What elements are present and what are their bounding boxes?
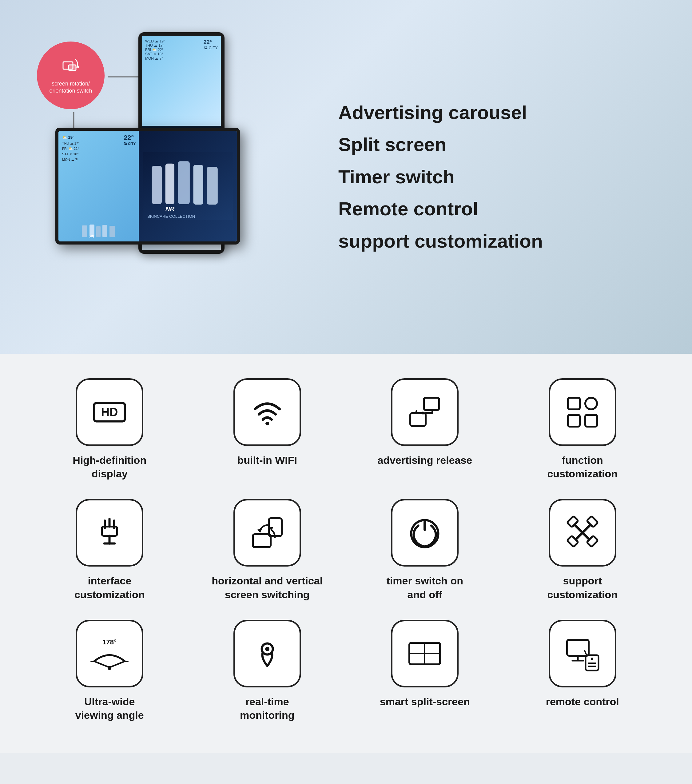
horizontal-display: ⛅ 19° THU ☁ 17° FRI ⛅ 22° SAT ☀ 18° MON … xyxy=(55,128,240,244)
svg-rect-27 xyxy=(207,167,217,204)
wifi-icon-box xyxy=(234,378,301,446)
support-label: supportcustomization xyxy=(547,574,618,601)
svg-rect-36 xyxy=(568,398,580,409)
svg-text:178°: 178° xyxy=(102,638,117,646)
svg-rect-25 xyxy=(178,161,189,204)
support-icon xyxy=(562,513,603,553)
icon-cell-timer: timer switch onand off xyxy=(352,499,498,601)
svg-rect-20 xyxy=(109,226,115,237)
svg-rect-38 xyxy=(568,415,580,427)
advertising-label: advertising release xyxy=(377,453,472,467)
svg-rect-48 xyxy=(269,518,282,536)
svg-rect-1 xyxy=(69,65,76,71)
feature-5: support customization xyxy=(338,230,631,252)
svg-point-32 xyxy=(265,422,269,425)
svg-point-66 xyxy=(265,647,269,651)
feature-4: Remote control xyxy=(338,198,631,220)
svg-text:NR: NR xyxy=(165,205,175,212)
icon-cell-splitscreen: smart split-screen xyxy=(352,620,498,722)
interface-icon-box xyxy=(76,499,143,567)
svg-rect-23 xyxy=(152,166,161,204)
angle-label: Ultra-wideviewing angle xyxy=(75,695,144,722)
monitoring-icon-box xyxy=(234,620,301,687)
function-icon-box xyxy=(549,378,616,446)
angle-icon-box: 178° xyxy=(76,620,143,687)
monitoring-icon xyxy=(247,634,287,674)
hd-icon-box: HD xyxy=(76,378,143,446)
switching-icon-box xyxy=(234,499,301,567)
bottom-section: HD High-definitiondisplay built-in WIFI xyxy=(0,354,692,753)
icon-cell-function: functioncustomization xyxy=(510,378,656,481)
feature-1: Advertising carousel xyxy=(338,101,631,124)
remote-icon xyxy=(562,634,603,674)
function-label: functioncustomization xyxy=(547,453,618,481)
svg-line-60 xyxy=(94,661,109,667)
function-icon xyxy=(562,392,603,432)
icon-cell-interface: interfacecustomization xyxy=(37,499,182,601)
remote-label: remote control xyxy=(546,695,619,708)
svg-rect-49 xyxy=(253,534,271,547)
timer-icon xyxy=(405,513,445,553)
icon-cell-monitoring: real-timemonitoring xyxy=(195,620,340,722)
icons-grid: HD High-definitiondisplay built-in WIFI xyxy=(37,378,655,722)
svg-rect-37 xyxy=(585,398,597,409)
switching-icon xyxy=(247,513,287,553)
advertising-icon xyxy=(405,392,445,432)
svg-point-64 xyxy=(108,666,111,670)
pink-circle: screen rotation/ orientation switch xyxy=(37,41,105,109)
feature-2: Split screen xyxy=(338,133,631,156)
wifi-icon xyxy=(247,392,287,432)
svg-rect-26 xyxy=(193,165,203,204)
svg-text:NR: NR xyxy=(89,235,94,238)
interface-icon xyxy=(89,513,130,553)
hd-label: High-definitiondisplay xyxy=(72,453,147,481)
interface-label: interfacecustomization xyxy=(74,574,145,601)
splitscreen-icon-box xyxy=(391,620,458,687)
feature-3: Timer switch xyxy=(338,165,631,188)
circle-label: screen rotation/ orientation switch xyxy=(43,80,99,95)
svg-rect-18 xyxy=(96,226,101,237)
remote-icon-box xyxy=(549,620,616,687)
svg-rect-39 xyxy=(585,415,597,427)
splitscreen-label: smart split-screen xyxy=(380,695,470,708)
svg-text:SKINCARE COLLECTION: SKINCARE COLLECTION xyxy=(147,214,195,219)
svg-line-79 xyxy=(585,651,587,655)
svg-rect-24 xyxy=(165,164,174,204)
advertising-icon-box xyxy=(391,378,458,446)
svg-point-76 xyxy=(591,657,593,660)
icon-cell-advertising: advertising release xyxy=(352,378,498,481)
svg-text:HD: HD xyxy=(101,406,118,418)
features-text: Advertising carousel Split screen Timer … xyxy=(314,83,655,271)
support-icon-box xyxy=(549,499,616,567)
icon-cell-hd: HD High-definitiondisplay xyxy=(37,378,182,481)
device-area: screen rotation/ orientation switch WED … xyxy=(37,23,314,331)
angle-icon: 178° xyxy=(89,634,130,674)
hd-icon: HD xyxy=(89,392,130,432)
icon-cell-wifi: built-in WIFI xyxy=(195,378,340,481)
wifi-label: built-in WIFI xyxy=(237,453,297,467)
svg-marker-50 xyxy=(257,529,262,533)
svg-rect-16 xyxy=(82,226,87,237)
timer-icon-box xyxy=(391,499,458,567)
icon-cell-angle: 178° Ultra-wideviewing angle xyxy=(37,620,182,722)
icon-cell-switching: horizontal and verticalscreen switching xyxy=(195,499,340,601)
svg-rect-19 xyxy=(102,225,107,237)
top-section: screen rotation/ orientation switch WED … xyxy=(0,0,692,354)
icon-cell-remote: remote control xyxy=(510,620,656,722)
timer-label: timer switch onand off xyxy=(387,574,463,601)
icon-cell-support: supportcustomization xyxy=(510,499,656,601)
svg-line-61 xyxy=(109,661,125,667)
svg-rect-34 xyxy=(410,413,426,426)
switching-label: horizontal and verticalscreen switching xyxy=(212,574,323,601)
svg-rect-33 xyxy=(424,398,439,410)
splitscreen-icon xyxy=(405,634,445,674)
monitoring-label: real-timemonitoring xyxy=(240,695,295,722)
